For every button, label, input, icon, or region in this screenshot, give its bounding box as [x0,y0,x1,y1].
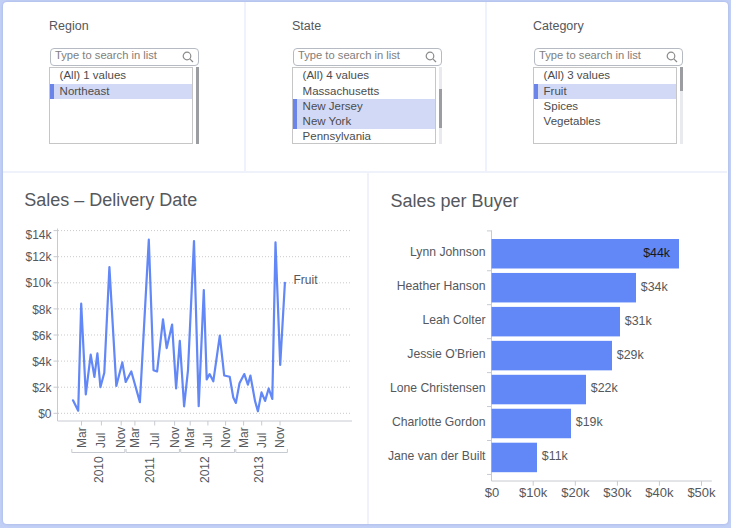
svg-text:$19k: $19k [576,415,604,429]
svg-text:2011: 2011 [143,457,157,483]
svg-text:2012: 2012 [198,456,212,483]
svg-text:$40k: $40k [645,485,674,500]
svg-text:$4k: $4k [32,355,52,369]
svg-text:Mar: Mar [75,427,89,448]
svg-text:$6k: $6k [32,329,52,343]
svg-text:$11k: $11k [542,449,569,463]
svg-text:Leah Colter: Leah Colter [422,313,485,327]
svg-text:Heather Hanson: Heather Hanson [397,279,486,293]
svg-text:Jane van der Built: Jane van der Built [388,449,486,463]
svg-text:$20k: $20k [561,485,590,500]
svg-text:$14k: $14k [25,228,52,242]
svg-text:2010: 2010 [92,456,106,483]
svg-text:$8k: $8k [32,303,52,317]
svg-text:$0: $0 [38,407,52,421]
svg-text:Nov: Nov [273,427,287,448]
svg-text:Nov: Nov [168,427,182,448]
svg-text:$0: $0 [485,485,499,500]
svg-text:Sales – Delivery Date: Sales – Delivery Date [24,190,197,210]
svg-text:Fruit: Fruit [294,273,319,287]
svg-text:$12k: $12k [25,250,52,264]
svg-text:Lynn Johnson: Lynn Johnson [410,245,485,259]
svg-text:Jul: Jul [255,433,269,448]
svg-text:Jul: Jul [94,433,108,448]
svg-text:$44k: $44k [643,246,671,260]
svg-text:Jul: Jul [201,433,215,448]
svg-text:$10k: $10k [519,485,548,500]
svg-text:$50k: $50k [687,485,716,500]
svg-text:Jul: Jul [148,433,162,448]
svg-text:$30k: $30k [603,485,632,500]
svg-text:Charlotte Gordon: Charlotte Gordon [392,415,486,429]
svg-text:Mar: Mar [183,427,197,448]
svg-text:Lone Christensen: Lone Christensen [390,381,486,395]
svg-text:$31k: $31k [625,314,653,328]
svg-text:$29k: $29k [617,348,645,362]
svg-text:Mar: Mar [128,427,142,448]
svg-text:$22k: $22k [591,381,619,395]
svg-text:$34k: $34k [641,280,669,294]
svg-text:Jessie O'Brien: Jessie O'Brien [407,347,485,361]
svg-text:$10k: $10k [25,276,52,290]
svg-text:Nov: Nov [219,427,233,448]
svg-text:Nov: Nov [114,427,128,448]
svg-text:$2k: $2k [32,381,52,395]
svg-text:Sales per Buyer: Sales per Buyer [391,191,519,211]
svg-text:2013: 2013 [252,456,266,483]
svg-text:Mar: Mar [237,427,251,448]
